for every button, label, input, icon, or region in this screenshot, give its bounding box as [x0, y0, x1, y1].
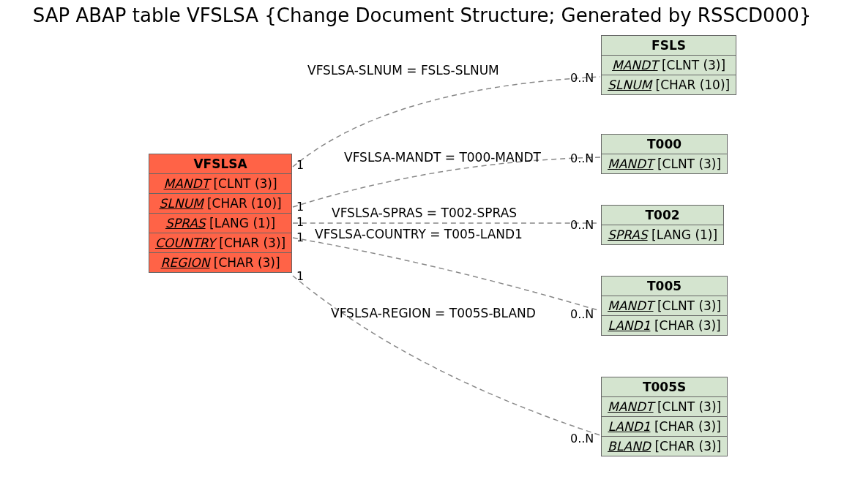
entity-t005s: T005S MANDT [CLNT (3)] LAND1 [CHAR (3)] …	[601, 377, 728, 456]
field: BLAND [CHAR (3)]	[602, 437, 728, 456]
src-card-1: 1	[296, 200, 304, 214]
entity-t005: T005 MANDT [CLNT (3)] LAND1 [CHAR (3)]	[601, 276, 728, 336]
entity-t000: T000 MANDT [CLNT (3)]	[601, 134, 728, 174]
dst-card-2: 0..N	[570, 218, 594, 232]
src-card-3: 1	[296, 230, 304, 244]
entity-title: T005S	[602, 377, 728, 397]
src-card-2: 1	[296, 215, 304, 229]
entity-title: T002	[602, 206, 724, 225]
field: COUNTRY [CHAR (3)]	[149, 233, 292, 253]
field: REGION [CHAR (3)]	[149, 253, 292, 273]
field: SPRAS [LANG (1)]	[602, 225, 724, 245]
field: MANDT [CLNT (3)]	[602, 296, 728, 316]
entity-title: VFSLSA	[149, 154, 292, 174]
entity-t002: T002 SPRAS [LANG (1)]	[601, 205, 724, 245]
entity-fsls: FSLS MANDT [CLNT (3)] SLNUM [CHAR (10)]	[601, 35, 736, 95]
diagram-canvas: { "title": "SAP ABAP table VFSLSA {Chang…	[0, 0, 844, 504]
rel-label-0: VFSLSA-SLNUM = FSLS-SLNUM	[307, 63, 499, 78]
src-card-4: 1	[296, 269, 304, 283]
rel-label-3: VFSLSA-COUNTRY = T005-LAND1	[315, 227, 523, 241]
field: LAND1 [CHAR (3)]	[602, 417, 728, 437]
dst-card-1: 0..N	[570, 151, 594, 165]
entity-title: FSLS	[602, 36, 736, 56]
field: SLNUM [CHAR (10)]	[602, 75, 736, 95]
entity-vfslsa: VFSLSA MANDT [CLNT (3)] SLNUM [CHAR (10)…	[149, 154, 292, 273]
field: SLNUM [CHAR (10)]	[149, 194, 292, 214]
rel-label-2: VFSLSA-SPRAS = T002-SPRAS	[332, 206, 517, 220]
field: SPRAS [LANG (1)]	[149, 214, 292, 233]
src-card-0: 1	[296, 158, 304, 172]
field: MANDT [CLNT (3)]	[602, 56, 736, 75]
dst-card-0: 0..N	[570, 71, 594, 85]
rel-label-1: VFSLSA-MANDT = T000-MANDT	[344, 150, 541, 165]
dst-card-4: 0..N	[570, 432, 594, 445]
entity-title: T005	[602, 277, 728, 296]
entity-title: T000	[602, 135, 728, 154]
rel-label-4: VFSLSA-REGION = T005S-BLAND	[331, 306, 536, 320]
dst-card-3: 0..N	[570, 307, 594, 321]
field: MANDT [CLNT (3)]	[602, 154, 728, 174]
field: LAND1 [CHAR (3)]	[602, 316, 728, 336]
field: MANDT [CLNT (3)]	[149, 174, 292, 194]
field: MANDT [CLNT (3)]	[602, 397, 728, 417]
